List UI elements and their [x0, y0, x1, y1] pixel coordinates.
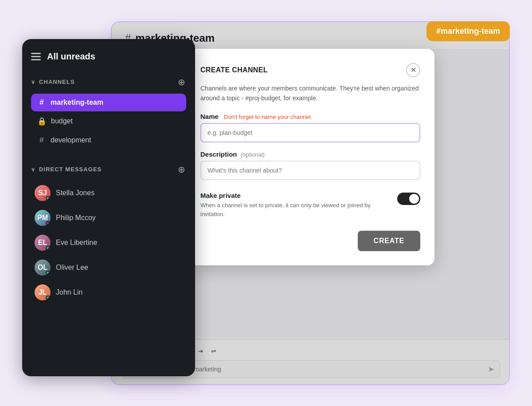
sidebar: All unreads ∨ CHANNELS ⊕ # marketing-tea… [22, 39, 195, 376]
private-toggle[interactable] [397, 193, 420, 205]
dm-item-oliver[interactable]: OL Oliver Lee [31, 256, 186, 280]
avatar-stella: SJ [35, 185, 51, 201]
dm-label: ∨ DIRECT MESSAGES [31, 166, 102, 173]
avatar-john: JL [35, 284, 51, 300]
desc-field-label: Description (optional) [200, 150, 420, 158]
modal-title: CREATE CHANNEL [200, 66, 268, 74]
name-field-label: Name Don't forget to name your channel. [200, 113, 420, 120]
channel-tag: #marketing-team [426, 21, 510, 41]
modal-close-button[interactable]: ✕ [406, 63, 420, 77]
create-channel-modal: CREATE CHANNEL ✕ Channels are where your… [186, 49, 434, 266]
avatar-oliver: OL [35, 260, 51, 276]
make-private-title: Make private [200, 192, 390, 199]
modal-header: CREATE CHANNEL ✕ [200, 63, 420, 77]
dm-item-philip[interactable]: PM Philip Mccoy [31, 206, 186, 230]
modal-footer: CREATE [200, 231, 420, 251]
sidebar-header: All unreads [31, 51, 186, 62]
channels-section-header: ∨ CHANNELS ⊕ [31, 74, 186, 90]
channels-label: ∨ CHANNELS [31, 79, 75, 85]
status-dot-oliver [46, 271, 50, 275]
dm-item-stella[interactable]: SJ Stella Jones [31, 181, 186, 205]
toggle-knob [409, 194, 419, 204]
channel-item-budget[interactable]: 🔒 budget [31, 112, 186, 130]
channel-item-development[interactable]: # development [31, 131, 186, 149]
make-private-desc: When a channel is set to private, it can… [200, 201, 390, 218]
avatar-eve: EL [35, 235, 51, 251]
dm-section-header: ∨ DIRECT MESSAGES ⊕ [31, 162, 186, 177]
hash-icon: # [37, 98, 46, 107]
hash-icon-dev: # [37, 136, 46, 145]
name-error-hint: Don't forget to name your channel. [224, 114, 312, 120]
status-dot-philip [46, 221, 50, 225]
dm-chevron-icon[interactable]: ∨ [31, 166, 35, 173]
add-channel-button[interactable]: ⊕ [177, 77, 186, 87]
add-dm-button[interactable]: ⊕ [177, 164, 186, 175]
status-dot-john [46, 296, 50, 300]
channel-name-input[interactable] [200, 123, 420, 142]
lock-icon: 🔒 [37, 117, 47, 126]
modal-description: Channels are where your members communic… [200, 83, 420, 103]
avatar-philip: PM [35, 210, 51, 226]
sidebar-title: All unreads [47, 51, 95, 62]
hamburger-icon[interactable] [31, 53, 41, 60]
status-dot-eve [46, 246, 50, 250]
channels-chevron-icon[interactable]: ∨ [31, 79, 35, 85]
dm-item-eve[interactable]: EL Eve Libertine [31, 231, 186, 255]
channel-desc-input[interactable] [200, 161, 420, 180]
make-private-row: Make private When a channel is set to pr… [200, 192, 420, 218]
status-dot-stella [46, 196, 50, 201]
channel-item-marketing-team[interactable]: # marketing-team [31, 94, 186, 111]
create-channel-button[interactable]: CREATE [358, 231, 420, 251]
dm-item-john[interactable]: JL John Lin [31, 280, 186, 304]
make-private-text: Make private When a channel is set to pr… [200, 192, 390, 218]
